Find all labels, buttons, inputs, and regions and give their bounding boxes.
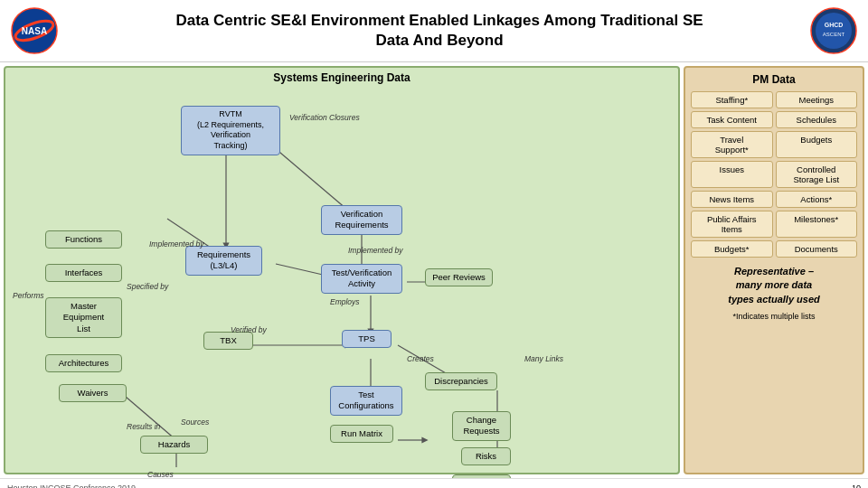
tps-node: TPS bbox=[342, 330, 392, 348]
pm-item-staffing: Staffing* bbox=[691, 91, 773, 108]
nasa-logo: NASA bbox=[11, 7, 58, 54]
svg-text:ASCENT: ASCENT bbox=[823, 32, 845, 37]
pm-section: PM Data Staffing* Meetings Task Content … bbox=[684, 66, 864, 474]
systems-section: Systems Engineering Data bbox=[4, 66, 680, 474]
badge-logo: GHCD ASCENT bbox=[810, 7, 857, 54]
implemented-by-label2: Implemented by bbox=[348, 246, 402, 255]
pm-item-news: News Items bbox=[691, 191, 773, 208]
verified-by-label: Verified by bbox=[231, 325, 267, 334]
pm-rep-text: Representative – many more data types ac… bbox=[691, 265, 857, 306]
sources-label: Sources bbox=[181, 418, 209, 427]
svg-text:GHCD: GHCD bbox=[825, 22, 844, 28]
pm-grid: Staffing* Meetings Task Content Schedule… bbox=[691, 91, 857, 258]
discrepancies-node: Discrepancies bbox=[425, 372, 497, 390]
pm-footnote: *Indicates multiple lists bbox=[691, 312, 857, 321]
pm-item-actions: Actions* bbox=[776, 191, 858, 208]
pm-item-task-content: Task Content bbox=[691, 111, 773, 128]
specified-by-label: Specified by bbox=[127, 282, 168, 291]
change-requests-node: Change Requests bbox=[452, 411, 511, 441]
waivers-node: Waivers bbox=[59, 384, 127, 402]
diagram: RVTM (L2 Requirements, Verification Trac… bbox=[9, 88, 675, 467]
pm-item-travel: TravelSupport* bbox=[691, 131, 773, 158]
pm-section-title: PM Data bbox=[691, 73, 857, 86]
page-number: 10 bbox=[852, 483, 861, 488]
implemented-by-label: Implemented by bbox=[149, 239, 203, 249]
tbx-node: TBX bbox=[203, 332, 253, 350]
employs-label: Employs bbox=[330, 297, 360, 306]
verification-req-node: Verification Requirements bbox=[321, 205, 402, 235]
creates-label: Creates bbox=[407, 354, 434, 363]
risks-node: Risks bbox=[461, 447, 511, 465]
many-links-label: Many Links bbox=[524, 354, 563, 363]
verification-closures-label: Verification Closures bbox=[289, 113, 360, 122]
test-verification-node: Test/Verification Activity bbox=[321, 264, 402, 294]
test-config-node: Test Configurations bbox=[330, 386, 402, 416]
pm-item-meetings: Meetings bbox=[776, 91, 858, 108]
systems-section-title: Systems Engineering Data bbox=[9, 71, 675, 84]
pm-item-documents: Documents bbox=[776, 240, 858, 258]
peer-reviews-node: Peer Reviews bbox=[425, 268, 493, 286]
interfaces-node: Interfaces bbox=[45, 264, 122, 282]
header: NASA Data Centric SE&I Environment Enabl… bbox=[0, 0, 868, 62]
hazards-node: Hazards bbox=[140, 436, 208, 454]
requirements-node: Requirements (L3/L4) bbox=[185, 246, 262, 276]
pm-item-budgets: Budgets bbox=[776, 131, 858, 158]
pm-item-schedules: Schedules bbox=[776, 111, 858, 128]
pm-item-controlled-storage: ControlledStorage List bbox=[776, 161, 858, 188]
architectures-node: Architectures bbox=[45, 354, 122, 372]
rvtm-node: RVTM (L2 Requirements, Verification Trac… bbox=[181, 106, 280, 155]
results-in-label: Results in bbox=[127, 422, 160, 431]
pm-item-public-affairs: Public AffairsItems bbox=[691, 211, 773, 238]
functions-node: Functions bbox=[45, 230, 122, 249]
svg-point-5 bbox=[816, 13, 852, 49]
page-title: Data Centric SE&I Environment Enabled Li… bbox=[69, 11, 810, 51]
pm-item-issues: Issues bbox=[691, 161, 773, 188]
pm-item-budgets-star: Budgets* bbox=[691, 240, 773, 258]
svg-text:NASA: NASA bbox=[22, 26, 47, 36]
pm-item-milestones: Milestones* bbox=[776, 211, 858, 238]
performs-label: Performs bbox=[13, 291, 43, 300]
run-matrix-node: Run Matrix bbox=[330, 425, 393, 443]
master-equipment-node: Master Equipment List bbox=[45, 297, 122, 338]
footer-conference: Houston INCOSE Conference 2019 bbox=[7, 483, 136, 488]
